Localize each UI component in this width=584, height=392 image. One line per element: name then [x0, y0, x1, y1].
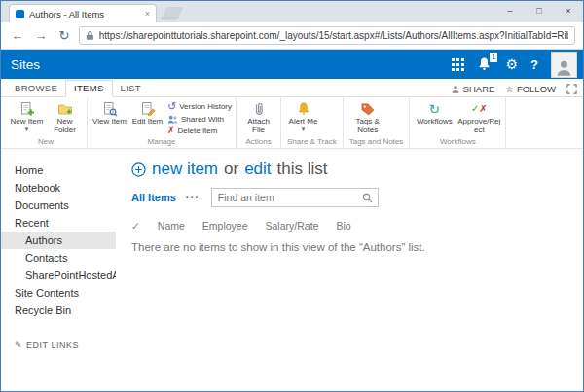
edit-item-button[interactable]: Edit Item [129, 98, 165, 125]
list-command-heading: new item or edit this list [131, 160, 573, 179]
app-launcher-icon[interactable] [452, 58, 464, 71]
view-menu-ellipsis[interactable]: ··· [186, 192, 200, 203]
page-body: Home Notebook Documents Recent Authors C… [1, 149, 583, 391]
edit-item-icon [140, 100, 156, 117]
version-history-icon: ↺ [167, 101, 176, 112]
group-label-workflows: Workflows [414, 136, 501, 148]
share-button[interactable]: SHARE [451, 84, 495, 94]
sidebar-item-notebook[interactable]: Notebook [1, 179, 116, 196]
tab-list[interactable]: LIST [113, 81, 149, 96]
lock-icon [86, 30, 94, 41]
new-item-button[interactable]: New Item ▾ [9, 98, 45, 132]
avatar[interactable] [551, 52, 577, 78]
address-bar[interactable]: https://sharepointtutorials.sharepoint.c… [79, 26, 575, 45]
settings-gear-icon[interactable]: ⚙ [505, 57, 518, 71]
shared-with-icon [167, 114, 178, 125]
plus-circle-icon [131, 162, 146, 177]
dropdown-icon: ▾ [25, 125, 29, 132]
view-item-button[interactable]: View Item [91, 98, 128, 125]
url-text: https://sharepointtutorials.sharepoint.c… [99, 30, 568, 41]
group-label-tags-notes: Tags and Notes [347, 136, 406, 148]
sidebar-item-documents[interactable]: Documents [1, 196, 116, 214]
group-label-share-track: Share & Track [285, 136, 339, 148]
version-history-button[interactable]: ↺ Version History [167, 101, 232, 112]
new-item-link[interactable]: new item [152, 160, 218, 179]
edit-links-button[interactable]: ✎ EDIT LINKS [1, 340, 116, 350]
suite-bar-title: Sites [11, 57, 40, 72]
tab-title: Authors - All Items [29, 9, 140, 19]
shared-with-button[interactable]: Shared With [167, 114, 232, 125]
new-folder-button[interactable]: New Folder [47, 98, 83, 134]
group-label-new: New [9, 136, 83, 148]
select-all-check[interactable]: ✓ [131, 220, 140, 232]
help-icon[interactable]: ? [530, 57, 538, 72]
attach-file-icon [252, 100, 266, 117]
follow-button[interactable]: ☆ FOLLOW [505, 84, 556, 94]
back-button[interactable]: ← [9, 28, 26, 43]
browser-navbar: ← → ↻ https://sharepointtutorials.sharep… [1, 22, 583, 50]
view-selector-all-items[interactable]: All Items [131, 192, 176, 203]
approve-reject-button[interactable]: ✓✗ Approve/Reject [456, 98, 501, 134]
search-icon[interactable] [362, 193, 373, 203]
star-icon: ☆ [505, 84, 514, 94]
maximize-button[interactable]: □ [525, 1, 554, 20]
person-icon [555, 58, 573, 77]
focus-content-button[interactable] [566, 84, 577, 94]
column-header-name[interactable]: Name [158, 220, 185, 232]
suite-bar: Sites 1 ⚙ ? [1, 50, 583, 79]
view-item-icon [102, 100, 118, 117]
tab-close-icon[interactable]: × [145, 10, 150, 18]
column-header-salary-rate[interactable]: Salary/Rate [266, 220, 319, 232]
focus-icon [566, 84, 577, 94]
forward-button[interactable]: → [32, 28, 50, 43]
tab-items[interactable]: ITEMS [65, 80, 113, 97]
column-header-bio[interactable]: Bio [336, 220, 350, 232]
minimize-button[interactable]: – [495, 1, 525, 20]
sidebar-item-sharepointhostedapp[interactable]: SharePointHostedApp [1, 267, 116, 284]
list-view-content: new item or edit this list All Items ···… [116, 149, 583, 391]
sidebar-item-contacts[interactable]: Contacts [1, 249, 116, 267]
pencil-icon: ✎ [15, 340, 22, 350]
tags-notes-button[interactable]: Tags & Notes [347, 98, 388, 134]
alert-me-button[interactable]: Alert Me ▾ [285, 98, 321, 132]
sidebar-item-recent[interactable]: Recent [1, 214, 116, 232]
sidebar-item-home[interactable]: Home [1, 161, 116, 179]
view-toolbar: All Items ··· [131, 188, 573, 207]
tags-notes-icon [360, 100, 375, 117]
workflows-button[interactable]: ↻ Workflows [414, 98, 455, 125]
ribbon-group-tags-notes: Tags & Notes Tags and Notes [344, 98, 411, 148]
column-header-employee[interactable]: Employee [202, 220, 248, 232]
reload-button[interactable]: ↻ [55, 28, 73, 43]
notification-badge: 1 [490, 53, 497, 62]
ribbon-group-share-track: Alert Me ▾ Share & Track [281, 98, 344, 148]
notifications-button[interactable]: 1 [477, 56, 493, 72]
suite-bar-actions: 1 ⚙ ? [452, 52, 583, 78]
column-header-row: ✓ Name Employee Salary/Rate Bio [131, 220, 573, 232]
group-label-actions: Actions [240, 136, 276, 148]
search-input[interactable] [218, 192, 362, 203]
ribbon-tab-bar: BROWSE ITEMS LIST SHARE ☆ FOLLOW [1, 79, 583, 96]
ribbon-group-manage: View Item Edit Item ↺ Version History [88, 98, 237, 148]
tab-browse[interactable]: BROWSE [7, 81, 65, 96]
sidebar-item-site-contents[interactable]: Site Contents [1, 284, 116, 302]
delete-item-icon: ✗ [167, 126, 175, 135]
attach-file-button[interactable]: Attach File [240, 98, 276, 134]
find-item-searchbox[interactable] [211, 188, 379, 207]
sidebar-item-recycle-bin[interactable]: Recycle Bin [1, 302, 116, 319]
new-item-icon [19, 100, 35, 117]
browser-tab[interactable]: Authors - All Items × [9, 4, 157, 22]
new-tab-button[interactable] [161, 7, 184, 20]
browser-window: Authors - All Items × – □ × ← → ↻ https:… [0, 0, 584, 392]
sidebar-item-authors[interactable]: Authors [1, 232, 116, 249]
approve-reject-icon: ✓✗ [471, 100, 488, 117]
edit-list-link[interactable]: edit [244, 160, 271, 179]
group-label-manage: Manage [91, 136, 232, 148]
delete-item-button[interactable]: ✗ Delete Item [167, 126, 232, 135]
close-button[interactable]: × [554, 1, 583, 20]
new-folder-icon [57, 100, 73, 117]
this-list-text: this list [277, 160, 328, 179]
quick-launch-sidebar: Home Notebook Documents Recent Authors C… [1, 149, 116, 391]
dropdown-icon: ▾ [302, 125, 306, 132]
ribbon: New Item ▾ New Folder New View It [1, 96, 583, 149]
favicon-icon [16, 10, 24, 18]
